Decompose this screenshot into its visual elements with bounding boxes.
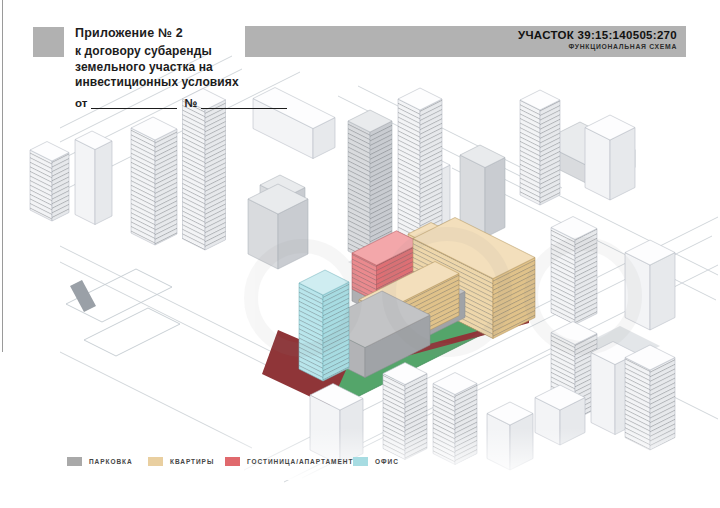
tower-left-a bbox=[131, 117, 177, 245]
apartments-swatch bbox=[148, 457, 163, 466]
tower-right-mid-a bbox=[551, 217, 597, 325]
appendix-line-3: инвестиционных условиях bbox=[75, 75, 239, 91]
date-blank bbox=[91, 95, 177, 109]
tower-top-right-a bbox=[520, 90, 560, 205]
plot-header-bar: УЧАСТОК 39:15:140505:270 ФУНКЦИОНАЛЬНАЯ … bbox=[245, 26, 686, 57]
parking-swatch bbox=[67, 457, 82, 466]
number-label: № bbox=[184, 97, 197, 109]
block-left-d bbox=[30, 142, 69, 222]
plot-title: УЧАСТОК 39:15:140505:270 bbox=[245, 29, 677, 42]
appendix-title: Приложение № 2 bbox=[75, 26, 183, 40]
office-swatch bbox=[353, 457, 368, 466]
date-number-line: от№ bbox=[75, 95, 287, 109]
kiosk-block bbox=[70, 280, 96, 312]
legend-item-parking: ПАРКОВКА bbox=[67, 452, 133, 463]
appendix-subtitle: к договору субаренды земельного участка … bbox=[75, 44, 239, 91]
apartments-label: КВАРТИРЫ bbox=[170, 458, 214, 465]
legend-item-office: ОФИС bbox=[353, 452, 399, 463]
document-page: { "document": { "appendix": { "title": "… bbox=[0, 0, 720, 508]
legend-item-apartments: КВАРТИРЫ bbox=[148, 452, 214, 463]
appendix-line-1: к договору субаренды bbox=[75, 44, 239, 60]
hotel-apartments-label: ГОСТИНИЦА/АПАРТАМЕНТЫ bbox=[247, 458, 361, 465]
block-left-c bbox=[75, 131, 112, 225]
tower-left-b bbox=[183, 89, 226, 251]
appendix-corner-square bbox=[33, 27, 64, 57]
office-label: ОФИС bbox=[375, 458, 399, 465]
hotel-apartments-swatch bbox=[225, 457, 240, 466]
number-blank bbox=[201, 95, 287, 109]
plot-subtitle: ФУНКЦИОНАЛЬНАЯ СХЕМА bbox=[245, 42, 677, 51]
parking-label: ПАРКОВКА bbox=[89, 458, 133, 465]
tower-top-right-b bbox=[585, 115, 635, 200]
from-label: от bbox=[75, 97, 87, 109]
legend-item-hotel-apartments: ГОСТИНИЦА/АПАРТАМЕНТЫ bbox=[225, 452, 361, 463]
appendix-line-2: земельного участка на bbox=[75, 60, 239, 76]
